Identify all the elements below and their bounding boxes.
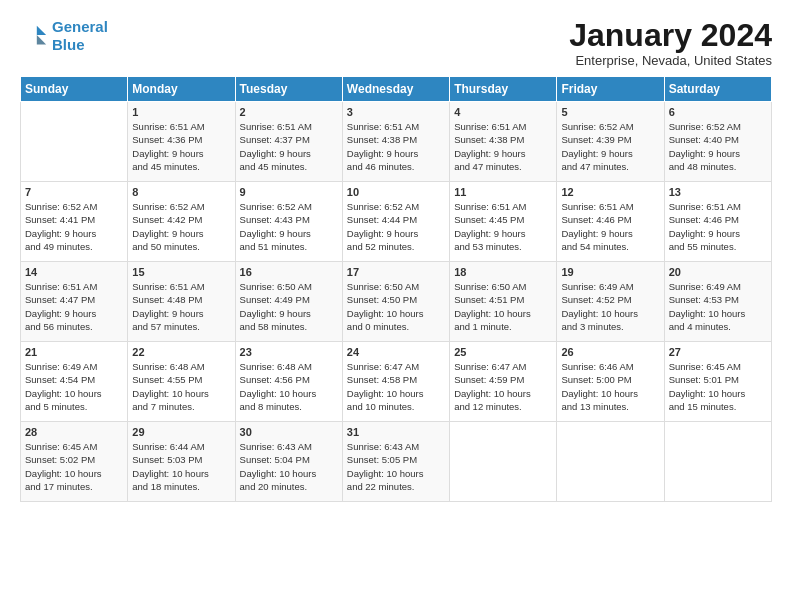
day-number: 21 — [25, 346, 123, 358]
day-number: 5 — [561, 106, 659, 118]
day-info: Sunrise: 6:47 AM Sunset: 4:59 PM Dayligh… — [454, 360, 552, 413]
cell-w2-d6: 12Sunrise: 6:51 AM Sunset: 4:46 PM Dayli… — [557, 182, 664, 262]
cell-w2-d4: 10Sunrise: 6:52 AM Sunset: 4:44 PM Dayli… — [342, 182, 449, 262]
day-number: 25 — [454, 346, 552, 358]
cell-w4-d3: 23Sunrise: 6:48 AM Sunset: 4:56 PM Dayli… — [235, 342, 342, 422]
svg-marker-1 — [37, 35, 46, 44]
header-row-days: Sunday Monday Tuesday Wednesday Thursday… — [21, 77, 772, 102]
logo-line2: Blue — [52, 36, 85, 53]
day-info: Sunrise: 6:52 AM Sunset: 4:43 PM Dayligh… — [240, 200, 338, 253]
location-subtitle: Enterprise, Nevada, United States — [569, 53, 772, 68]
day-info: Sunrise: 6:49 AM Sunset: 4:53 PM Dayligh… — [669, 280, 767, 333]
day-info: Sunrise: 6:51 AM Sunset: 4:38 PM Dayligh… — [454, 120, 552, 173]
cell-w3-d2: 15Sunrise: 6:51 AM Sunset: 4:48 PM Dayli… — [128, 262, 235, 342]
cell-w1-d5: 4Sunrise: 6:51 AM Sunset: 4:38 PM Daylig… — [450, 102, 557, 182]
cell-w4-d2: 22Sunrise: 6:48 AM Sunset: 4:55 PM Dayli… — [128, 342, 235, 422]
cell-w3-d7: 20Sunrise: 6:49 AM Sunset: 4:53 PM Dayli… — [664, 262, 771, 342]
day-info: Sunrise: 6:50 AM Sunset: 4:49 PM Dayligh… — [240, 280, 338, 333]
month-title: January 2024 — [569, 18, 772, 53]
cell-w1-d6: 5Sunrise: 6:52 AM Sunset: 4:39 PM Daylig… — [557, 102, 664, 182]
calendar-table: Sunday Monday Tuesday Wednesday Thursday… — [20, 76, 772, 502]
cell-w5-d6 — [557, 422, 664, 502]
day-info: Sunrise: 6:46 AM Sunset: 5:00 PM Dayligh… — [561, 360, 659, 413]
col-monday: Monday — [128, 77, 235, 102]
svg-marker-0 — [37, 26, 46, 35]
logo-icon — [20, 22, 48, 50]
cell-w3-d1: 14Sunrise: 6:51 AM Sunset: 4:47 PM Dayli… — [21, 262, 128, 342]
cell-w2-d7: 13Sunrise: 6:51 AM Sunset: 4:46 PM Dayli… — [664, 182, 771, 262]
week-row-2: 7Sunrise: 6:52 AM Sunset: 4:41 PM Daylig… — [21, 182, 772, 262]
cell-w3-d3: 16Sunrise: 6:50 AM Sunset: 4:49 PM Dayli… — [235, 262, 342, 342]
day-info: Sunrise: 6:51 AM Sunset: 4:46 PM Dayligh… — [669, 200, 767, 253]
day-number: 10 — [347, 186, 445, 198]
cell-w4-d4: 24Sunrise: 6:47 AM Sunset: 4:58 PM Dayli… — [342, 342, 449, 422]
day-info: Sunrise: 6:47 AM Sunset: 4:58 PM Dayligh… — [347, 360, 445, 413]
col-thursday: Thursday — [450, 77, 557, 102]
cell-w5-d4: 31Sunrise: 6:43 AM Sunset: 5:05 PM Dayli… — [342, 422, 449, 502]
day-number: 14 — [25, 266, 123, 278]
day-info: Sunrise: 6:50 AM Sunset: 4:50 PM Dayligh… — [347, 280, 445, 333]
day-info: Sunrise: 6:51 AM Sunset: 4:45 PM Dayligh… — [454, 200, 552, 253]
day-number: 29 — [132, 426, 230, 438]
day-info: Sunrise: 6:52 AM Sunset: 4:40 PM Dayligh… — [669, 120, 767, 173]
day-info: Sunrise: 6:45 AM Sunset: 5:01 PM Dayligh… — [669, 360, 767, 413]
cell-w1-d7: 6Sunrise: 6:52 AM Sunset: 4:40 PM Daylig… — [664, 102, 771, 182]
day-number: 4 — [454, 106, 552, 118]
day-number: 28 — [25, 426, 123, 438]
day-number: 24 — [347, 346, 445, 358]
cell-w3-d4: 17Sunrise: 6:50 AM Sunset: 4:50 PM Dayli… — [342, 262, 449, 342]
cell-w4-d7: 27Sunrise: 6:45 AM Sunset: 5:01 PM Dayli… — [664, 342, 771, 422]
cell-w4-d6: 26Sunrise: 6:46 AM Sunset: 5:00 PM Dayli… — [557, 342, 664, 422]
header-row: General Blue January 2024 Enterprise, Ne… — [20, 18, 772, 68]
day-info: Sunrise: 6:49 AM Sunset: 4:52 PM Dayligh… — [561, 280, 659, 333]
cell-w4-d5: 25Sunrise: 6:47 AM Sunset: 4:59 PM Dayli… — [450, 342, 557, 422]
day-info: Sunrise: 6:51 AM Sunset: 4:38 PM Dayligh… — [347, 120, 445, 173]
day-info: Sunrise: 6:49 AM Sunset: 4:54 PM Dayligh… — [25, 360, 123, 413]
cell-w4-d1: 21Sunrise: 6:49 AM Sunset: 4:54 PM Dayli… — [21, 342, 128, 422]
day-number: 3 — [347, 106, 445, 118]
day-number: 26 — [561, 346, 659, 358]
day-number: 11 — [454, 186, 552, 198]
logo-text: General Blue — [52, 18, 108, 54]
cell-w3-d6: 19Sunrise: 6:49 AM Sunset: 4:52 PM Dayli… — [557, 262, 664, 342]
day-info: Sunrise: 6:44 AM Sunset: 5:03 PM Dayligh… — [132, 440, 230, 493]
page-container: General Blue January 2024 Enterprise, Ne… — [0, 0, 792, 512]
cell-w1-d3: 2Sunrise: 6:51 AM Sunset: 4:37 PM Daylig… — [235, 102, 342, 182]
day-number: 30 — [240, 426, 338, 438]
day-number: 12 — [561, 186, 659, 198]
day-info: Sunrise: 6:51 AM Sunset: 4:36 PM Dayligh… — [132, 120, 230, 173]
col-tuesday: Tuesday — [235, 77, 342, 102]
day-info: Sunrise: 6:51 AM Sunset: 4:37 PM Dayligh… — [240, 120, 338, 173]
cell-w5-d2: 29Sunrise: 6:44 AM Sunset: 5:03 PM Dayli… — [128, 422, 235, 502]
cell-w2-d2: 8Sunrise: 6:52 AM Sunset: 4:42 PM Daylig… — [128, 182, 235, 262]
day-number: 20 — [669, 266, 767, 278]
cell-w5-d7 — [664, 422, 771, 502]
day-number: 23 — [240, 346, 338, 358]
col-wednesday: Wednesday — [342, 77, 449, 102]
day-info: Sunrise: 6:43 AM Sunset: 5:05 PM Dayligh… — [347, 440, 445, 493]
cell-w3-d5: 18Sunrise: 6:50 AM Sunset: 4:51 PM Dayli… — [450, 262, 557, 342]
day-info: Sunrise: 6:51 AM Sunset: 4:47 PM Dayligh… — [25, 280, 123, 333]
day-number: 19 — [561, 266, 659, 278]
day-info: Sunrise: 6:51 AM Sunset: 4:46 PM Dayligh… — [561, 200, 659, 253]
cell-w1-d2: 1Sunrise: 6:51 AM Sunset: 4:36 PM Daylig… — [128, 102, 235, 182]
day-info: Sunrise: 6:48 AM Sunset: 4:56 PM Dayligh… — [240, 360, 338, 413]
day-info: Sunrise: 6:43 AM Sunset: 5:04 PM Dayligh… — [240, 440, 338, 493]
week-row-1: 1Sunrise: 6:51 AM Sunset: 4:36 PM Daylig… — [21, 102, 772, 182]
cell-w2-d1: 7Sunrise: 6:52 AM Sunset: 4:41 PM Daylig… — [21, 182, 128, 262]
cell-w5-d5 — [450, 422, 557, 502]
day-info: Sunrise: 6:48 AM Sunset: 4:55 PM Dayligh… — [132, 360, 230, 413]
cell-w1-d1 — [21, 102, 128, 182]
day-number: 31 — [347, 426, 445, 438]
cell-w1-d4: 3Sunrise: 6:51 AM Sunset: 4:38 PM Daylig… — [342, 102, 449, 182]
day-number: 13 — [669, 186, 767, 198]
day-number: 27 — [669, 346, 767, 358]
cell-w2-d5: 11Sunrise: 6:51 AM Sunset: 4:45 PM Dayli… — [450, 182, 557, 262]
day-info: Sunrise: 6:52 AM Sunset: 4:44 PM Dayligh… — [347, 200, 445, 253]
col-friday: Friday — [557, 77, 664, 102]
day-info: Sunrise: 6:50 AM Sunset: 4:51 PM Dayligh… — [454, 280, 552, 333]
day-number: 8 — [132, 186, 230, 198]
day-number: 6 — [669, 106, 767, 118]
day-number: 2 — [240, 106, 338, 118]
day-info: Sunrise: 6:52 AM Sunset: 4:42 PM Dayligh… — [132, 200, 230, 253]
